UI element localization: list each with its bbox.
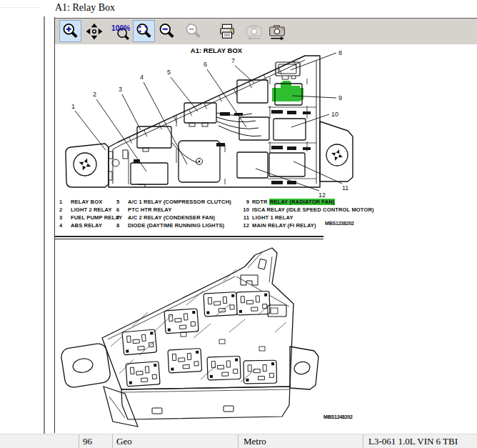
zoom-fit-page-icon xyxy=(135,22,154,41)
highlighted-legend-text: RELAY (RADIATOR FAN) xyxy=(269,199,336,205)
toolbar: 100% xyxy=(55,18,477,45)
legend-item: 6PTC HTR RELAY xyxy=(116,206,171,213)
callout-number: 10 xyxy=(331,111,338,118)
document-viewport[interactable]: A1: RELAY BOX xyxy=(55,44,477,434)
callout-number: 1 xyxy=(71,103,75,110)
zoom-out-button[interactable] xyxy=(182,20,204,42)
legend-item: 12MAIN RELAY (FI RELAY) xyxy=(239,222,316,229)
status-separator xyxy=(363,434,363,448)
status-bar: 96 Geo Metro L3-061 1.0L VIN 6 TBI xyxy=(0,434,477,448)
print-button[interactable] xyxy=(216,20,238,42)
zoom-fit-width-button[interactable] xyxy=(156,20,178,42)
callout-number: 6 xyxy=(204,61,207,68)
right-mounting-tab xyxy=(290,347,318,389)
legend-item: 1RELAY BOX xyxy=(59,199,102,205)
diagram-title: A1: RELAY BOX xyxy=(191,46,243,54)
callout-number: 9 xyxy=(338,94,342,101)
legend-item: 8DIODE (DAYTIME RUNNING LIGHTS) xyxy=(116,222,224,229)
callout-number: 12 xyxy=(318,191,326,199)
left-mounting-tab xyxy=(60,342,111,388)
title-bar: A1: Relay Box xyxy=(0,0,477,16)
radiator-fan-relay-highlight xyxy=(272,81,303,101)
diode-component xyxy=(276,62,300,79)
legend-item: 9RDTR RELAY (RADIATOR FAN) xyxy=(239,199,335,205)
legend-item: 5A/C 1 RELAY (COMPRESSOR CLUTCH) xyxy=(116,199,231,205)
print-icon xyxy=(218,22,236,41)
callout-number: 4 xyxy=(140,74,144,81)
zoom-in-icon xyxy=(61,22,80,41)
svg-text:100%: 100% xyxy=(111,24,130,31)
status-engine: L3-061 1.0L VIN 6 TBI xyxy=(368,436,458,447)
legend-item: 11LIGHT 1 RELAY xyxy=(239,214,293,221)
callout-number: 2 xyxy=(93,91,96,98)
relay-main xyxy=(237,152,268,178)
pan-icon xyxy=(85,22,104,41)
legend-item: 2LIGHT 2 RELAY xyxy=(59,206,112,213)
relay-box-underside-diagram: MBS1248202 xyxy=(54,247,477,432)
status-make: Geo xyxy=(116,436,132,447)
relay-light2 xyxy=(131,163,168,184)
screw-head xyxy=(76,156,93,172)
section-divider xyxy=(55,236,323,237)
section-divider xyxy=(55,239,323,239)
page-title: A1: Relay Box xyxy=(55,2,115,14)
status-separator xyxy=(112,434,113,448)
screw-head xyxy=(329,147,345,163)
zoom-in-button[interactable] xyxy=(59,20,81,42)
camera-right-icon xyxy=(268,22,286,41)
zoom-100-button[interactable]: 100% xyxy=(109,20,131,42)
callout-number: 5 xyxy=(167,69,171,76)
relay-ac1 xyxy=(184,103,216,123)
app-window: A1: Relay Box 100% xyxy=(0,0,477,448)
drawing-number: MBS1238202 xyxy=(325,221,354,226)
panel-divider xyxy=(44,16,45,434)
relay-rdtr xyxy=(275,84,302,105)
relay-ptc-htr xyxy=(239,117,269,140)
callout-number: 11 xyxy=(342,184,348,191)
callout-number: 8 xyxy=(338,49,342,56)
legend-item: 3FUEL PUMP RELAY xyxy=(59,214,122,221)
legend-item: 4ABS RELAY xyxy=(59,222,102,229)
relay-abs xyxy=(179,141,220,182)
zoom-100-icon: 100% xyxy=(111,22,130,41)
next-image-button[interactable] xyxy=(266,20,288,42)
relay-isca xyxy=(273,119,306,140)
camera-left-icon xyxy=(245,22,263,41)
pan-button[interactable] xyxy=(83,20,105,42)
status-model: Metro xyxy=(243,436,266,447)
drawing-number: MBS1248202 xyxy=(323,414,353,419)
previous-image-button[interactable] xyxy=(243,20,265,42)
callout-number: 7 xyxy=(231,57,235,64)
status-separator xyxy=(79,434,79,448)
callout-number: 3 xyxy=(119,86,122,93)
legend-item: 10ISCA RELAY (IDLE SPEED CONTROL MOTOR) xyxy=(239,206,374,213)
zoom-fit-button[interactable] xyxy=(133,20,155,42)
bracket-arm xyxy=(104,387,138,427)
zoom-fit-width-icon xyxy=(158,22,176,41)
right-mounting-tab xyxy=(320,121,353,181)
relay-ac2 xyxy=(237,80,268,103)
legend-item: 7A/C 2 RELAY (CONDENSER FAN) xyxy=(116,214,215,221)
relay-light1 xyxy=(269,153,305,176)
relay-fuel-pump xyxy=(137,126,171,148)
status-page: 96 xyxy=(83,436,92,447)
status-separator xyxy=(238,434,239,448)
bracket-hole xyxy=(258,259,266,269)
left-panel xyxy=(0,16,44,434)
zoom-out-icon xyxy=(184,22,203,41)
left-mounting-tab xyxy=(66,144,109,187)
divider xyxy=(0,7,41,8)
